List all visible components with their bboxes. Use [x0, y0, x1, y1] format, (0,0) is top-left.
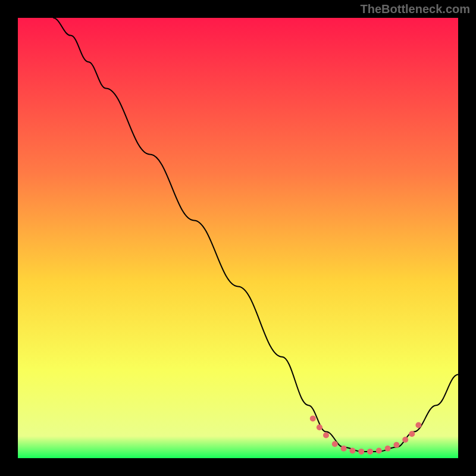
marker-dot — [310, 415, 316, 421]
marker-dot — [385, 446, 391, 452]
gradient-background — [18, 18, 458, 458]
marker-dot — [358, 449, 364, 455]
plot-area — [18, 18, 458, 458]
marker-dot — [376, 447, 382, 453]
chart-container: TheBottleneck.com — [0, 0, 476, 476]
marker-dot — [409, 431, 415, 437]
marker-dot — [332, 441, 338, 447]
marker-dot — [349, 447, 355, 453]
marker-dot — [415, 422, 421, 428]
marker-dot — [367, 449, 373, 455]
watermark-text: TheBottleneck.com — [361, 2, 470, 16]
marker-dot — [402, 437, 408, 443]
marker-dot — [317, 424, 322, 430]
marker-dot — [341, 446, 347, 452]
chart-svg — [18, 18, 458, 458]
marker-dot — [323, 433, 329, 439]
marker-dot — [393, 442, 399, 448]
